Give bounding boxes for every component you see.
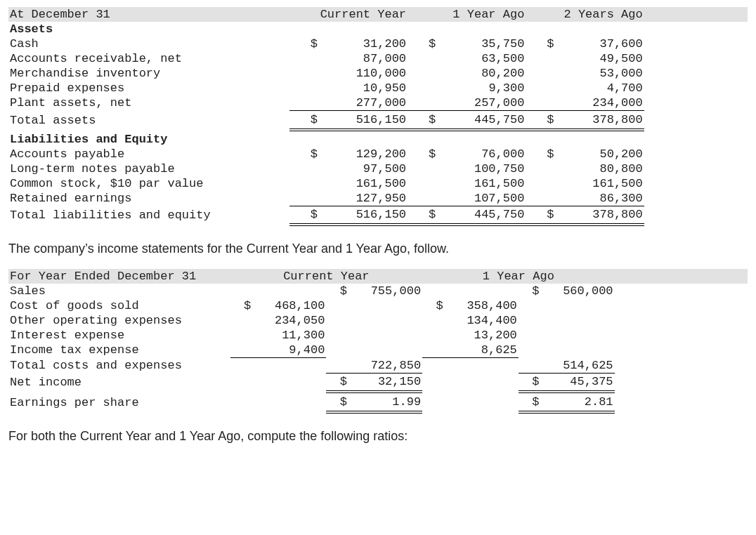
assets-heading: Assets — [8, 22, 289, 37]
total-liab-row: Total liabilities and equity $ 516,150 $… — [8, 206, 748, 225]
table-row: Prepaid expenses 10,950 9,300 4,700 — [8, 81, 748, 95]
net-income-row: Net income $ 32,150 $ 45,375 — [8, 373, 748, 392]
table-row: Accounts payable $ 129,200 $ 76,000 $ 50… — [8, 147, 748, 161]
liab-heading: Liabilities and Equity — [8, 130, 289, 147]
bs-col1: Current Year — [289, 7, 408, 22]
bs-col3: 2 Years Ago — [526, 7, 644, 22]
table-row: Retained earnings 127,950 107,500 86,300 — [8, 191, 748, 206]
is-col2: 1 Year Ago — [422, 269, 614, 284]
is-col1: Current Year — [230, 269, 422, 284]
total-assets-row: Total assets $ 516,150 $ 445,750 $ 378,8… — [8, 111, 748, 130]
narrative-1: The company’s income statements for the … — [8, 242, 748, 256]
table-row: Cash $ 31,200 $ 35,750 $ 37,600 — [8, 37, 748, 51]
table-row: Other operating expenses 234,050 134,400 — [8, 313, 748, 328]
bs-header-label: At December 31 — [8, 7, 289, 22]
table-row: Interest expense 11,300 13,200 — [8, 328, 748, 343]
table-row: Common stock, $10 par value 161,500 161,… — [8, 176, 748, 191]
totals-row: Total costs and expenses 722,850 514,625 — [8, 358, 748, 374]
sales-row: Sales $ 755,000 $ 560,000 — [8, 284, 748, 298]
narrative-2: For both the Current Year and 1 Year Ago… — [8, 429, 748, 444]
balance-sheet-table: At December 31 Current Year 1 Year Ago 2… — [8, 7, 748, 226]
table-row: Long-term notes payable 97,500 100,750 8… — [8, 161, 748, 176]
table-row: Accounts receivable, net 87,000 63,500 4… — [8, 51, 748, 66]
table-row: Income tax expense 9,400 8,625 — [8, 343, 748, 358]
bs-col2: 1 Year Ago — [408, 7, 526, 22]
table-row: Merchandise inventory 110,000 80,200 53,… — [8, 66, 748, 81]
eps-row: Earnings per share $ 1.99 $ 2.81 — [8, 392, 748, 412]
table-row: Plant assets, net 277,000 257,000 234,00… — [8, 95, 748, 111]
income-statement-table: For Year Ended December 31 Current Year … — [8, 269, 748, 414]
table-row: Cost of goods sold $ 468,100 $ 358,400 — [8, 298, 748, 313]
is-header-label: For Year Ended December 31 — [8, 269, 230, 284]
